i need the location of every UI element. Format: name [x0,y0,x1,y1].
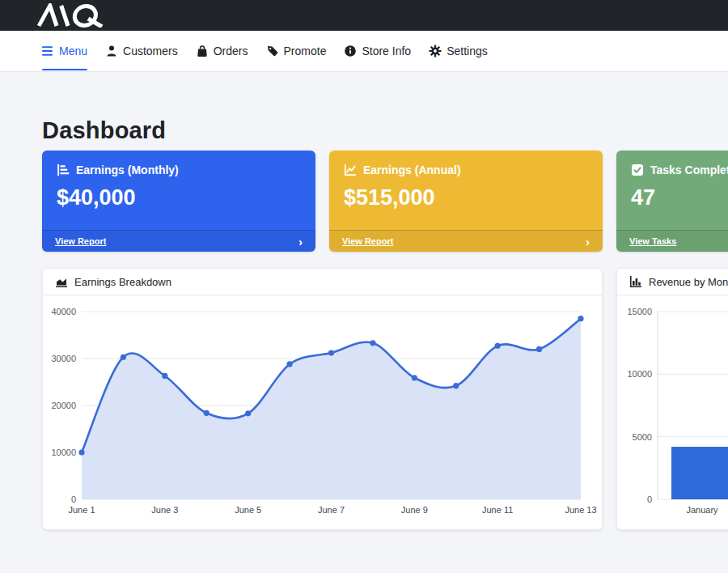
bar-chart-icon [57,163,70,176]
svg-text:15000: 15000 [627,307,652,316]
nav-label: Orders [214,45,248,57]
svg-text:June 1: June 1 [68,505,95,515]
svg-text:40000: 40000 [51,307,76,316]
nav-label: Store Info [362,45,411,57]
earnings-annual-card: Earnings (Annual) $515,000 View Report › [329,151,603,252]
tasks-completed-card: Tasks Completed 47 View Tasks › [616,151,728,252]
view-report-link[interactable]: View Report [342,236,393,246]
stat-card-footer: View Tasks › [616,230,728,252]
bag-icon [196,45,209,57]
svg-text:30000: 30000 [51,354,76,363]
main-nav: Menu Customers Orders Promote Store Info [0,31,728,72]
nav-item-menu[interactable]: Menu [42,31,87,71]
svg-text:January: January [686,505,718,515]
svg-text:June 5: June 5 [235,505,261,515]
area-chart-icon [55,275,68,288]
person-icon [105,45,118,57]
line-chart-icon [344,163,357,176]
revenue-by-month-card: Revenue by Month 050001000015000January [616,268,728,530]
svg-text:10000: 10000 [627,369,652,379]
svg-text:June 9: June 9 [401,505,428,515]
tag-icon [266,45,279,57]
nav-item-store-info[interactable]: Store Info [344,31,411,71]
earnings-breakdown-card: Earnings Breakdown 010000200003000040000… [42,268,603,530]
svg-text:5000: 5000 [633,432,652,442]
stat-card-value: $515,000 [344,185,588,210]
stat-card-title: Tasks Completed [650,163,728,176]
svg-text:10000: 10000 [51,448,76,457]
stat-card-title: Earnings (Monthly) [76,163,179,176]
top-app-bar [0,0,728,31]
gear-icon [429,45,442,57]
nav-label: Customers [123,45,178,57]
bar-chart-axis-icon [629,275,642,288]
view-report-link[interactable]: View Report [55,236,106,246]
chevron-right-icon[interactable]: › [586,236,590,248]
stat-card-value: 47 [631,185,728,210]
app-logo[interactable] [36,3,111,28]
hamburger-icon [42,45,54,57]
nav-item-orders[interactable]: Orders [196,31,248,71]
charts-row: Earnings Breakdown 010000200003000040000… [42,268,728,530]
stat-card-title: Earnings (Annual) [363,163,461,176]
chevron-right-icon[interactable]: › [298,236,303,248]
page-title: Dashboard [42,117,728,144]
revenue-by-month-bar-chart: 050001000015000January [617,295,728,529]
svg-text:20000: 20000 [51,401,76,410]
stat-card-footer: View Report › [42,230,315,252]
nav-item-settings[interactable]: Settings [429,31,488,71]
svg-text:June 3: June 3 [151,505,178,515]
svg-text:0: 0 [647,494,652,504]
svg-text:June 13: June 13 [565,505,596,515]
chart-title: Earnings Breakdown [74,276,171,288]
stat-card-footer: View Report › [329,230,603,252]
nav-label: Promote [284,45,327,57]
view-tasks-link[interactable]: View Tasks [629,236,676,246]
dashboard-content: Dashboard Earnings (Monthly) $40,000 Vie… [0,117,728,530]
chart-title: Revenue by Month [649,276,728,288]
earnings-breakdown-area-chart: 010000200003000040000June 1June 3June 5J… [43,295,603,529]
earnings-monthly-card: Earnings (Monthly) $40,000 View Report › [42,151,315,252]
info-icon [344,45,357,57]
nav-label: Settings [447,45,488,57]
nav-item-customers[interactable]: Customers [105,31,178,71]
stat-card-value: $40,000 [57,185,301,210]
nav-label: Menu [59,45,87,57]
svg-text:0: 0 [71,494,76,504]
check-square-icon [631,163,644,176]
svg-text:June 7: June 7 [318,505,345,515]
stat-cards-row: Earnings (Monthly) $40,000 View Report ›… [42,151,728,252]
nav-item-promote[interactable]: Promote [266,31,327,71]
svg-text:June 11: June 11 [482,505,513,515]
